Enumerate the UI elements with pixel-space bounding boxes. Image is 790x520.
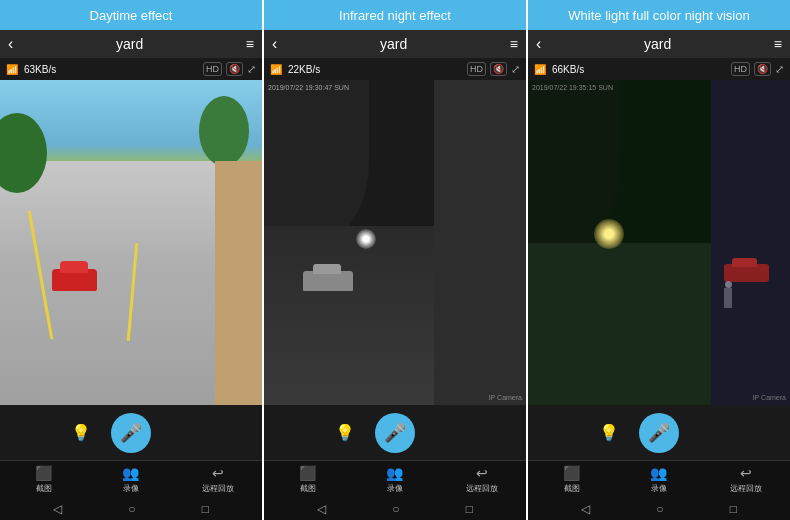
cn-camera-view: 2019/07/22 19:35:15 SUN IP Camera (528, 80, 790, 405)
ir-record-icon: 👥 (386, 465, 403, 481)
ir-recents-sys[interactable]: □ (466, 502, 473, 516)
day-mic-icon: 🎤 (120, 422, 142, 444)
cn-speed: 66KB/s (552, 64, 584, 75)
day-info-icons: HD 🔇 ⤢ (203, 62, 256, 76)
cn-screenshot-icon: ⬛ (563, 465, 580, 481)
ir-vol-icon[interactable]: 🔇 (490, 62, 507, 76)
cn-recents-sys[interactable]: □ (730, 502, 737, 516)
phones-row: ‹ yard ≡ 📶 63KB/s HD 🔇 ⤢ 💡 (0, 30, 790, 520)
day-nav-playback[interactable]: ↩ 远程回放 (175, 465, 262, 494)
ir-screenshot-icon: ⬛ (299, 465, 316, 481)
ir-expand-icon[interactable]: ⤢ (511, 63, 520, 76)
ir-status-bar: ‹ yard ≡ (264, 30, 526, 58)
day-road-line1 (28, 211, 54, 340)
day-speed: 63KB/s (24, 64, 56, 75)
day-title: yard (19, 36, 240, 52)
day-nav-screenshot[interactable]: ⬛ 截图 (0, 465, 87, 494)
day-record-label: 录像 (123, 483, 139, 494)
ir-nav-record[interactable]: 👥 录像 (351, 465, 438, 494)
cn-nav-screenshot[interactable]: ⬛ 截图 (528, 465, 615, 494)
cn-light-icon[interactable]: 💡 (599, 423, 619, 442)
cn-system-nav: ◁ ○ □ (528, 498, 790, 520)
ir-home-sys[interactable]: ○ (392, 502, 399, 516)
cn-wall (711, 80, 790, 405)
cn-info-icons: HD 🔇 ⤢ (731, 62, 784, 76)
cn-back-sys[interactable]: ◁ (581, 502, 590, 516)
ir-menu-button[interactable]: ≡ (510, 36, 518, 52)
cn-back-button[interactable]: ‹ (536, 35, 541, 53)
day-tree-left (0, 113, 47, 193)
cn-person (724, 288, 732, 308)
ir-nav-playback[interactable]: ↩ 远程回放 (439, 465, 526, 494)
day-wall (215, 161, 262, 405)
cn-nav-playback[interactable]: ↩ 远程回放 (703, 465, 790, 494)
day-nav-record[interactable]: 👥 录像 (87, 465, 174, 494)
cn-playback-icon: ↩ (740, 465, 752, 481)
cn-expand-icon[interactable]: ⤢ (775, 63, 784, 76)
day-bottom-area: 💡 🎤 (0, 405, 262, 460)
cn-cam-label: IP Camera (753, 394, 786, 401)
day-light-icon[interactable]: 💡 (71, 423, 91, 442)
ir-light-icon[interactable]: 💡 (335, 423, 355, 442)
ir-light (356, 229, 376, 249)
day-tree-right (199, 96, 249, 166)
cn-bottom-area: 💡 🎤 (528, 405, 790, 460)
ir-timestamp: 2019/07/22 19:30:47 SUN (268, 84, 349, 91)
day-home-sys[interactable]: ○ (128, 502, 135, 516)
ir-hd-icon[interactable]: HD (467, 62, 486, 76)
cn-menu-button[interactable]: ≡ (774, 36, 782, 52)
day-back-button[interactable]: ‹ (8, 35, 13, 53)
cn-record-label: 录像 (651, 483, 667, 494)
ir-wall (434, 80, 526, 405)
ir-playback-label: 远程回放 (466, 483, 498, 494)
ir-back-sys[interactable]: ◁ (317, 502, 326, 516)
ir-record-label: 录像 (387, 483, 403, 494)
label-daytime: Daytime effect (0, 0, 262, 30)
day-recents-sys[interactable]: □ (202, 502, 209, 516)
day-mic-button[interactable]: 🎤 (111, 413, 151, 453)
day-vol-icon[interactable]: 🔇 (226, 62, 243, 76)
ir-camera-view: 2019/07/22 19:30:47 SUN IP Camera (264, 80, 526, 405)
cn-playback-label: 远程回放 (730, 483, 762, 494)
label-colornight: White light full color night vision (526, 0, 790, 30)
day-bottom-nav: ⬛ 截图 👥 录像 ↩ 远程回放 (0, 460, 262, 498)
ir-bottom-area: 💡 🎤 (264, 405, 526, 460)
cn-wifi-icon: 📶 (534, 64, 546, 75)
day-back-sys[interactable]: ◁ (53, 502, 62, 516)
day-scene (0, 80, 262, 405)
day-wifi-icon: 📶 (6, 64, 18, 75)
cn-scene: 2019/07/22 19:35:15 SUN IP Camera (528, 80, 790, 405)
cn-mic-icon: 🎤 (648, 422, 670, 444)
cn-info-bar: 📶 66KB/s HD 🔇 ⤢ (528, 58, 790, 80)
cn-timestamp: 2019/07/22 19:35:15 SUN (532, 84, 613, 91)
top-labels-row: Daytime effect Infrared night effect Whi… (0, 0, 790, 30)
ir-back-button[interactable]: ‹ (272, 35, 277, 53)
ir-cam-label: IP Camera (489, 394, 522, 401)
day-screenshot-icon: ⬛ (35, 465, 52, 481)
phone-panel-infrared: ‹ yard ≡ 📶 22KB/s HD 🔇 ⤢ 2019/07/22 19:3… (264, 30, 528, 520)
cn-bottom-nav: ⬛ 截图 👥 录像 ↩ 远程回放 (528, 460, 790, 498)
ir-nav-screenshot[interactable]: ⬛ 截图 (264, 465, 351, 494)
daytime-label-text: Daytime effect (90, 8, 173, 23)
phone-panel-colornight: ‹ yard ≡ 📶 66KB/s HD 🔇 ⤢ 2019/07/22 19:3… (528, 30, 790, 520)
cn-mic-button[interactable]: 🎤 (639, 413, 679, 453)
day-record-icon: 👥 (122, 465, 139, 481)
ir-tree (264, 80, 369, 243)
ir-info-bar: 📶 22KB/s HD 🔇 ⤢ (264, 58, 526, 80)
ir-mic-button[interactable]: 🎤 (375, 413, 415, 453)
cn-home-sys[interactable]: ○ (656, 502, 663, 516)
label-infrared: Infrared night effect (262, 0, 526, 30)
ir-bottom-nav: ⬛ 截图 👥 录像 ↩ 远程回放 (264, 460, 526, 498)
cn-title: yard (547, 36, 768, 52)
cn-screenshot-label: 截图 (564, 483, 580, 494)
day-menu-button[interactable]: ≡ (246, 36, 254, 52)
cn-hd-icon[interactable]: HD (731, 62, 750, 76)
infrared-label-text: Infrared night effect (339, 8, 451, 23)
colornight-label-text: White light full color night vision (568, 8, 749, 23)
day-hd-icon[interactable]: HD (203, 62, 222, 76)
day-expand-icon[interactable]: ⤢ (247, 63, 256, 76)
ir-screenshot-label: 截图 (300, 483, 316, 494)
cn-nav-record[interactable]: 👥 录像 (615, 465, 702, 494)
cn-vol-icon[interactable]: 🔇 (754, 62, 771, 76)
ir-scene: 2019/07/22 19:30:47 SUN IP Camera (264, 80, 526, 405)
